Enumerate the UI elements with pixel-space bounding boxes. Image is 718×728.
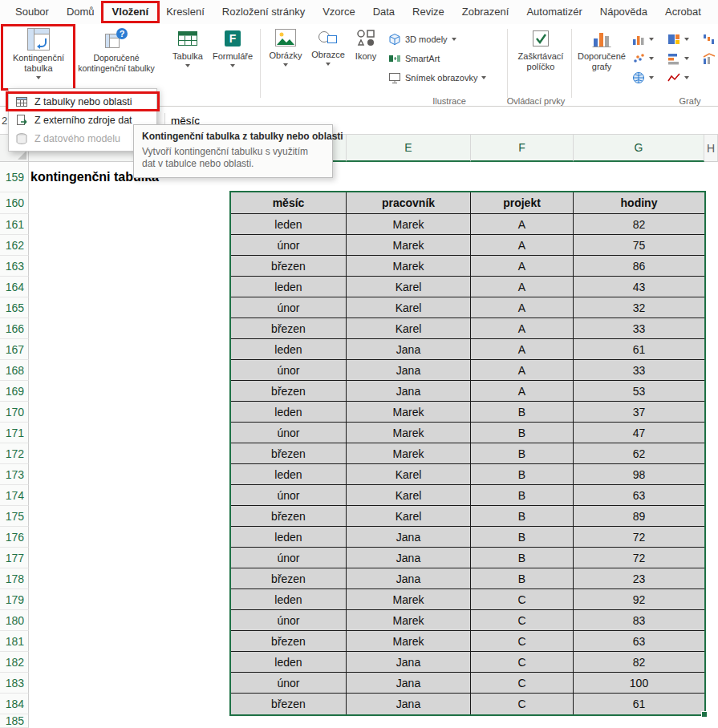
map-chart-button[interactable] xyxy=(632,69,654,87)
table-cell[interactable]: Jana xyxy=(347,548,471,568)
table-cell[interactable]: 62 xyxy=(574,443,704,464)
table-cell[interactable]: C xyxy=(471,610,574,631)
table-cell[interactable]: 83 xyxy=(574,610,704,631)
table-cell[interactable]: únor xyxy=(231,423,347,443)
table-cell[interactable]: únor xyxy=(231,297,347,318)
table-cell[interactable]: Jana xyxy=(347,360,471,381)
table-cell[interactable]: březen xyxy=(231,568,347,589)
recommended-pivottables-button[interactable]: ? Doporučené kontingenční tabulky xyxy=(75,27,157,87)
table-cell[interactable]: březen xyxy=(231,694,347,714)
column-header-f[interactable]: F xyxy=(471,135,574,162)
row-header-169[interactable]: 169 xyxy=(0,381,29,402)
table-cell[interactable]: A xyxy=(471,277,574,297)
column-header-e[interactable]: E xyxy=(347,135,471,162)
table-cell[interactable]: leden xyxy=(231,652,347,673)
menu-item-from-table-range[interactable]: Z tabulky nebo oblasti xyxy=(9,92,156,111)
table-cell[interactable]: 92 xyxy=(574,589,704,610)
table-cell[interactable]: B xyxy=(471,423,574,443)
table-cell[interactable]: 82 xyxy=(574,214,704,235)
row-header-170[interactable]: 170 xyxy=(0,402,29,423)
menu-tab-8[interactable]: Zobrazení xyxy=(453,0,518,24)
icons-button[interactable]: Ikony xyxy=(349,27,383,87)
table-cell[interactable]: C xyxy=(471,694,574,714)
table-cell[interactable]: Jana xyxy=(347,568,471,589)
table-cell[interactable]: únor xyxy=(231,548,347,568)
table-cell[interactable]: Karel xyxy=(347,297,471,318)
table-cell[interactable]: únor xyxy=(231,673,347,694)
table-cell[interactable]: B xyxy=(471,568,574,589)
table-cell[interactable]: 72 xyxy=(574,548,704,568)
table-cell[interactable]: březen xyxy=(231,631,347,652)
row-header-168[interactable]: 168 xyxy=(0,360,29,381)
table-cell[interactable]: B xyxy=(471,485,574,506)
table-cell[interactable]: Karel xyxy=(347,464,471,485)
table-cell[interactable]: Marek xyxy=(347,443,471,464)
3d-models-button[interactable]: 3D modely xyxy=(388,30,456,48)
table-cell[interactable]: leden xyxy=(231,402,347,423)
table-cell[interactable]: 43 xyxy=(574,277,704,297)
selection-fill-handle[interactable] xyxy=(701,711,708,718)
waterfall-chart-button[interactable] xyxy=(703,30,718,48)
row-header-182[interactable]: 182 xyxy=(0,652,29,673)
screenshot-button[interactable]: Snímek obrazovky xyxy=(388,69,486,87)
table-cell[interactable]: únor xyxy=(231,360,347,381)
table-cell[interactable]: B xyxy=(471,527,574,548)
table-cell[interactable]: A xyxy=(471,214,574,235)
menu-tab-7[interactable]: Revize xyxy=(404,0,453,24)
table-cell[interactable]: únor xyxy=(231,235,347,256)
row-header-181[interactable]: 181 xyxy=(0,631,29,652)
table-header-cell[interactable]: měsíc xyxy=(231,192,347,214)
smartart-button[interactable]: SmartArt xyxy=(388,50,440,67)
shapes-button[interactable]: Obrazce xyxy=(309,27,347,87)
row-header-185[interactable]: 185 xyxy=(0,714,29,728)
menu-tab-5[interactable]: Vzorce xyxy=(314,0,363,24)
row-header-162[interactable]: 162 xyxy=(0,235,29,256)
table-cell[interactable]: C xyxy=(471,631,574,652)
table-cell[interactable]: Marek xyxy=(347,631,471,652)
column-header-h[interactable]: H xyxy=(704,135,718,162)
table-cell[interactable]: 33 xyxy=(574,318,704,339)
table-cell[interactable]: leden xyxy=(231,589,347,610)
checkbox-control-button[interactable]: Zaškrtávací políčko xyxy=(513,27,568,87)
table-cell[interactable]: Jana xyxy=(347,381,471,402)
hierarchy-chart-button[interactable] xyxy=(667,30,689,48)
forms-button[interactable]: F Formuláře xyxy=(210,27,255,87)
table-cell[interactable]: 100 xyxy=(574,673,704,694)
table-cell[interactable]: 53 xyxy=(574,381,704,402)
row-header-161[interactable]: 161 xyxy=(0,214,29,235)
table-cell[interactable]: březen xyxy=(231,318,347,339)
menu-tab-3[interactable]: Kreslení xyxy=(157,0,213,24)
table-cell[interactable]: 61 xyxy=(574,339,704,360)
menu-tab-9[interactable]: Automatizér xyxy=(517,0,590,24)
table-cell[interactable]: B xyxy=(471,464,574,485)
table-cell[interactable]: C xyxy=(471,589,574,610)
table-cell[interactable]: březen xyxy=(231,256,347,277)
table-header-cell[interactable]: hodiny xyxy=(574,192,704,214)
table-header-cell[interactable]: pracovník xyxy=(347,192,471,214)
name-box[interactable]: 2 xyxy=(2,107,7,135)
row-header-172[interactable]: 172 xyxy=(0,443,29,464)
table-cell[interactable]: C xyxy=(471,673,574,694)
table-cell[interactable]: 61 xyxy=(574,694,704,714)
table-cell[interactable]: 32 xyxy=(574,297,704,318)
table-cell[interactable]: leden xyxy=(231,214,347,235)
table-cell[interactable]: Jana xyxy=(347,694,471,714)
table-cell[interactable]: Marek xyxy=(347,214,471,235)
row-header-159[interactable]: 159 xyxy=(0,162,29,192)
table-cell[interactable]: Karel xyxy=(347,318,471,339)
row-header-166[interactable]: 166 xyxy=(0,318,29,339)
table-cell[interactable]: B xyxy=(471,443,574,464)
table-cell[interactable]: Jana xyxy=(347,652,471,673)
row-header-176[interactable]: 176 xyxy=(0,527,29,548)
table-cell[interactable]: 37 xyxy=(574,402,704,423)
table-cell[interactable]: B xyxy=(471,548,574,568)
row-header-163[interactable]: 163 xyxy=(0,256,29,277)
table-cell[interactable]: 72 xyxy=(574,527,704,548)
table-cell[interactable]: Jana xyxy=(347,527,471,548)
table-cell[interactable]: B xyxy=(471,506,574,527)
table-cell[interactable]: Marek xyxy=(347,423,471,443)
row-header-180[interactable]: 180 xyxy=(0,610,29,631)
table-cell[interactable]: 75 xyxy=(574,235,704,256)
table-cell[interactable]: Karel xyxy=(347,277,471,297)
table-cell[interactable]: 23 xyxy=(574,568,704,589)
